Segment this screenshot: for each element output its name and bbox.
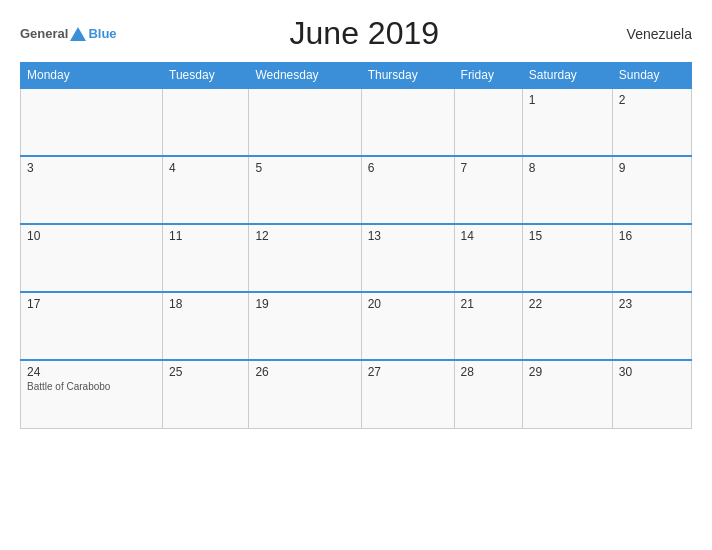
- day-number: 20: [368, 297, 448, 311]
- day-number: 9: [619, 161, 685, 175]
- day-number: 10: [27, 229, 156, 243]
- day-number: 3: [27, 161, 156, 175]
- day-number: 16: [619, 229, 685, 243]
- week-row-2: 3456789: [21, 156, 692, 224]
- cal-cell-w5-d6: 29: [522, 360, 612, 428]
- cal-cell-w2-d4: 6: [361, 156, 454, 224]
- cal-cell-w3-d1: 10: [21, 224, 163, 292]
- month-title: June 2019: [117, 15, 612, 52]
- day-number: 2: [619, 93, 685, 107]
- th-thursday: Thursday: [361, 63, 454, 89]
- cal-cell-w2-d3: 5: [249, 156, 361, 224]
- day-number: 6: [368, 161, 448, 175]
- cal-cell-w3-d2: 11: [163, 224, 249, 292]
- cal-cell-w1-d3: [249, 88, 361, 156]
- cal-cell-w5-d3: 26: [249, 360, 361, 428]
- cal-cell-w2-d6: 8: [522, 156, 612, 224]
- day-number: 25: [169, 365, 242, 379]
- week-row-5: 24Battle of Carabobo252627282930: [21, 360, 692, 428]
- day-number: 1: [529, 93, 606, 107]
- th-wednesday: Wednesday: [249, 63, 361, 89]
- day-number: 18: [169, 297, 242, 311]
- day-number: 14: [461, 229, 516, 243]
- cal-cell-w5-d7: 30: [612, 360, 691, 428]
- day-number: 23: [619, 297, 685, 311]
- week-row-3: 10111213141516: [21, 224, 692, 292]
- cal-cell-w1-d4: [361, 88, 454, 156]
- cal-cell-w1-d2: [163, 88, 249, 156]
- cal-cell-w2-d5: 7: [454, 156, 522, 224]
- cal-cell-w1-d7: 2: [612, 88, 691, 156]
- day-number: 19: [255, 297, 354, 311]
- cal-cell-w5-d5: 28: [454, 360, 522, 428]
- day-number: 8: [529, 161, 606, 175]
- logo-triangle-icon: [70, 27, 86, 41]
- day-number: 11: [169, 229, 242, 243]
- cal-cell-w4-d2: 18: [163, 292, 249, 360]
- day-number: 7: [461, 161, 516, 175]
- day-number: 17: [27, 297, 156, 311]
- day-number: 28: [461, 365, 516, 379]
- cal-cell-w5-d2: 25: [163, 360, 249, 428]
- cal-cell-w4-d6: 22: [522, 292, 612, 360]
- cal-cell-w1-d5: [454, 88, 522, 156]
- cal-cell-w5-d1: 24Battle of Carabobo: [21, 360, 163, 428]
- cal-cell-w3-d5: 14: [454, 224, 522, 292]
- cal-cell-w4-d4: 20: [361, 292, 454, 360]
- logo-general-text: General: [20, 26, 68, 41]
- calendar-table: Monday Tuesday Wednesday Thursday Friday…: [20, 62, 692, 429]
- event-label: Battle of Carabobo: [27, 381, 156, 392]
- th-sunday: Sunday: [612, 63, 691, 89]
- th-friday: Friday: [454, 63, 522, 89]
- th-saturday: Saturday: [522, 63, 612, 89]
- cal-cell-w2-d2: 4: [163, 156, 249, 224]
- day-number: 13: [368, 229, 448, 243]
- cal-cell-w2-d7: 9: [612, 156, 691, 224]
- cal-cell-w1-d6: 1: [522, 88, 612, 156]
- week-row-1: 12: [21, 88, 692, 156]
- day-number: 27: [368, 365, 448, 379]
- logo: General Blue: [20, 26, 117, 41]
- day-number: 24: [27, 365, 156, 379]
- cal-cell-w3-d6: 15: [522, 224, 612, 292]
- calendar-header: General Blue June 2019 Venezuela: [20, 15, 692, 52]
- logo-blue-text: Blue: [88, 26, 116, 41]
- days-header-row: Monday Tuesday Wednesday Thursday Friday…: [21, 63, 692, 89]
- th-tuesday: Tuesday: [163, 63, 249, 89]
- cal-cell-w1-d1: [21, 88, 163, 156]
- day-number: 21: [461, 297, 516, 311]
- cal-cell-w3-d3: 12: [249, 224, 361, 292]
- country-label: Venezuela: [612, 26, 692, 42]
- day-number: 15: [529, 229, 606, 243]
- th-monday: Monday: [21, 63, 163, 89]
- cal-cell-w3-d4: 13: [361, 224, 454, 292]
- cal-cell-w4-d5: 21: [454, 292, 522, 360]
- week-row-4: 17181920212223: [21, 292, 692, 360]
- day-number: 30: [619, 365, 685, 379]
- day-number: 12: [255, 229, 354, 243]
- cal-cell-w2-d1: 3: [21, 156, 163, 224]
- cal-cell-w4-d1: 17: [21, 292, 163, 360]
- day-number: 29: [529, 365, 606, 379]
- cal-cell-w4-d3: 19: [249, 292, 361, 360]
- calendar-page: General Blue June 2019 Venezuela Monday …: [0, 0, 712, 550]
- cal-cell-w5-d4: 27: [361, 360, 454, 428]
- cal-cell-w4-d7: 23: [612, 292, 691, 360]
- cal-cell-w3-d7: 16: [612, 224, 691, 292]
- day-number: 22: [529, 297, 606, 311]
- day-number: 26: [255, 365, 354, 379]
- day-number: 5: [255, 161, 354, 175]
- day-number: 4: [169, 161, 242, 175]
